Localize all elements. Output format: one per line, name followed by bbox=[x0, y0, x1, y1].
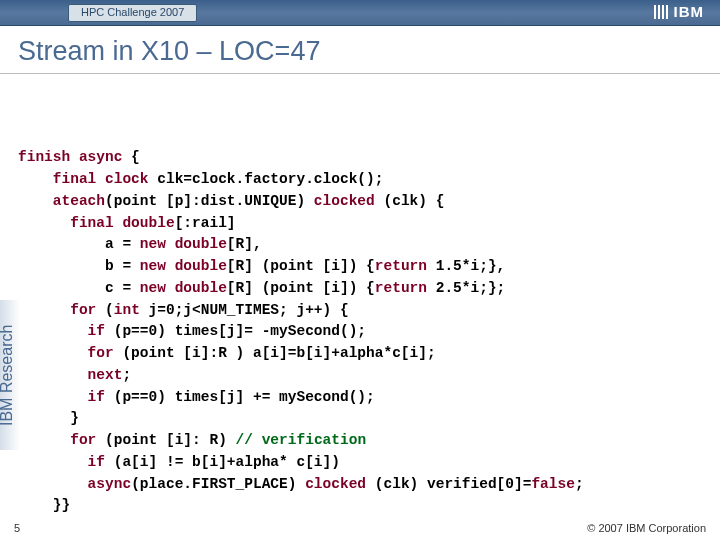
title-area: Stream in X10 – LOC=47 bbox=[0, 26, 720, 74]
txt: c = bbox=[18, 280, 140, 296]
kw: if bbox=[18, 454, 105, 470]
txt: b = bbox=[18, 258, 140, 274]
kw: final clock bbox=[18, 171, 149, 187]
header-tab: HPC Challenge 2007 bbox=[68, 4, 197, 22]
code-block: finish async { final clock clk=clock.fac… bbox=[0, 74, 720, 517]
txt: (a[i] != b[i]+alpha* c[i]) bbox=[105, 454, 340, 470]
logo-text: IBM bbox=[674, 3, 705, 20]
txt: (point [i]: R) bbox=[96, 432, 235, 448]
txt: [R] (point [i]) { bbox=[227, 258, 375, 274]
side-label: IBM Research bbox=[0, 300, 20, 450]
slide-container: HPC Challenge 2007 IBM Stream in X10 – L… bbox=[0, 0, 720, 540]
txt: [R], bbox=[227, 236, 262, 252]
txt: ; bbox=[122, 367, 131, 383]
txt: } bbox=[18, 410, 79, 426]
kw: new double bbox=[140, 258, 227, 274]
txt: (point [i]:R ) a[i]=b[i]+alpha*c[i]; bbox=[114, 345, 436, 361]
kw: return bbox=[375, 258, 427, 274]
page-number: 5 bbox=[14, 522, 20, 534]
kw: async bbox=[18, 476, 131, 492]
kw: new double bbox=[140, 236, 227, 252]
txt: }} bbox=[18, 497, 70, 513]
txt: ( bbox=[96, 302, 113, 318]
txt: 1.5*i;}, bbox=[427, 258, 505, 274]
txt: (point [p]:dist.UNIQUE) bbox=[105, 193, 314, 209]
txt: { bbox=[122, 149, 139, 165]
copyright: © 2007 IBM Corporation bbox=[587, 522, 706, 534]
txt: j=0;j<NUM_TIMES; j++) { bbox=[140, 302, 349, 318]
txt: (p==0) times[j] += mySecond(); bbox=[105, 389, 375, 405]
kw: final double bbox=[18, 215, 175, 231]
txt: ; bbox=[575, 476, 584, 492]
kw: for bbox=[18, 432, 96, 448]
kw: return bbox=[375, 280, 427, 296]
slide-title: Stream in X10 – LOC=47 bbox=[18, 36, 702, 67]
txt: a = bbox=[18, 236, 140, 252]
logo-bars-icon bbox=[654, 5, 668, 19]
comment: // verification bbox=[236, 432, 367, 448]
kw: for bbox=[18, 345, 114, 361]
txt: (clk) verified[0]= bbox=[366, 476, 531, 492]
kw: finish async bbox=[18, 149, 122, 165]
kw: for bbox=[18, 302, 96, 318]
kw: next bbox=[18, 367, 122, 383]
txt: (p==0) times[j]= -mySecond(); bbox=[105, 323, 366, 339]
txt: (place.FIRST_PLACE) bbox=[131, 476, 305, 492]
kw: if bbox=[18, 389, 105, 405]
footer: 5 © 2007 IBM Corporation bbox=[0, 522, 720, 534]
kw: int bbox=[114, 302, 140, 318]
kw: new double bbox=[140, 280, 227, 296]
kw: false bbox=[531, 476, 575, 492]
txt: clk=clock.factory.clock(); bbox=[149, 171, 384, 187]
kw: if bbox=[18, 323, 105, 339]
txt: [R] (point [i]) { bbox=[227, 280, 375, 296]
ibm-logo: IBM bbox=[654, 3, 705, 20]
txt: (clk) { bbox=[375, 193, 445, 209]
kw: ateach bbox=[18, 193, 105, 209]
txt: 2.5*i;}; bbox=[427, 280, 505, 296]
kw: clocked bbox=[314, 193, 375, 209]
header-bar: HPC Challenge 2007 IBM bbox=[0, 0, 720, 26]
kw: clocked bbox=[305, 476, 366, 492]
txt: [:rail] bbox=[175, 215, 236, 231]
